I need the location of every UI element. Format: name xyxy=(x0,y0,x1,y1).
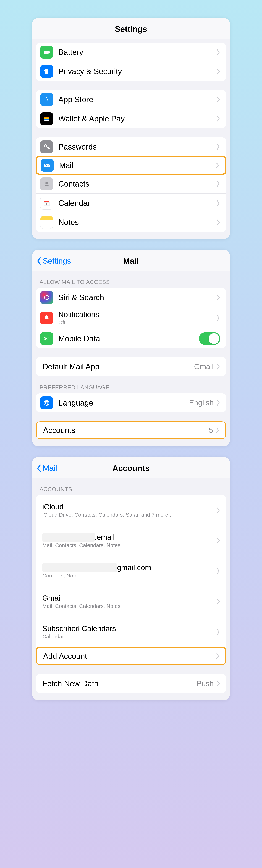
svg-point-7 xyxy=(44,145,47,147)
chevron-left-icon xyxy=(36,464,42,472)
chevron-right-icon xyxy=(217,598,220,605)
svg-rect-4 xyxy=(44,118,49,119)
row-label: Siri & Search xyxy=(58,293,217,302)
row-label: Language xyxy=(58,398,189,407)
row-passwords[interactable]: Passwords xyxy=(36,137,226,156)
toggle-mobile-data[interactable] xyxy=(199,332,220,345)
panel-accounts: Mail Accounts ACCOUNTS iCloud iCloud Dri… xyxy=(32,457,230,700)
account-sub: Mail, Contacts, Calendars, Notes xyxy=(42,542,217,548)
svg-rect-3 xyxy=(44,117,49,118)
row-notifications[interactable]: Notifications Off xyxy=(36,307,226,329)
chevron-right-icon xyxy=(217,568,220,574)
chevron-right-icon xyxy=(217,680,220,687)
chevron-right-icon xyxy=(217,219,220,225)
svg-rect-1 xyxy=(49,52,50,53)
row-value: English xyxy=(189,399,214,407)
panel-header: Settings xyxy=(32,18,230,39)
row-appstore[interactable]: App Store xyxy=(36,90,226,109)
key-icon xyxy=(40,141,53,153)
row-label: Privacy & Security xyxy=(58,67,217,76)
section-header-accounts: ACCOUNTS xyxy=(32,478,230,495)
row-label: Default Mail App xyxy=(42,362,194,371)
back-button[interactable]: Mail xyxy=(36,464,57,473)
svg-rect-5 xyxy=(44,119,49,119)
row-language[interactable]: Language English xyxy=(36,393,226,412)
appstore-icon xyxy=(40,93,53,106)
row-default-mail-app[interactable]: Default Mail App Gmail xyxy=(36,357,226,376)
group-default-app: Default Mail App Gmail xyxy=(36,357,226,376)
redacted-text: xxxxxxxxxxxxxx xyxy=(42,533,95,541)
row-label: Notifications xyxy=(58,310,217,319)
group-apps: Passwords Mail Contacts 1 xyxy=(36,137,226,232)
chevron-right-icon xyxy=(217,294,220,301)
account-title: xxxxxxxxxxxxxxxxxxxxgmail.com xyxy=(42,563,217,572)
page-title: Accounts xyxy=(112,463,150,473)
redacted-text: xxxxxxxxxxxxxxxxxxxx xyxy=(42,563,117,572)
section-header-access: ALLOW MAIL TO ACCESS xyxy=(32,271,230,288)
row-label: Mobile Data xyxy=(58,334,199,343)
chevron-right-icon xyxy=(217,144,220,150)
chevron-right-icon xyxy=(216,653,220,659)
account-row-icloud[interactable]: iCloud iCloud Drive, Contacts, Calendars… xyxy=(36,495,226,526)
row-label: Calendar xyxy=(58,199,217,208)
group-accounts-link: Accounts 5 xyxy=(36,421,226,439)
row-calendar[interactable]: 1 Calendar xyxy=(36,193,226,213)
row-wallet[interactable]: Wallet & Apple Pay xyxy=(36,109,226,128)
row-value: 5 xyxy=(209,426,213,435)
panel-header: Settings Mail xyxy=(32,250,230,271)
row-sublabel: Off xyxy=(58,319,217,326)
svg-text:1: 1 xyxy=(46,203,47,206)
back-button[interactable]: Settings xyxy=(36,256,71,266)
battery-icon xyxy=(40,46,53,59)
account-row-subscribed-cal[interactable]: Subscribed Calendars Calendar xyxy=(36,617,226,647)
hand-icon xyxy=(40,65,53,78)
row-add-account[interactable]: Add Account xyxy=(36,647,226,665)
chevron-right-icon xyxy=(217,364,220,370)
antenna-icon xyxy=(40,332,53,345)
chevron-right-icon xyxy=(217,96,220,103)
row-label: Contacts xyxy=(58,180,217,188)
row-mail[interactable]: Mail xyxy=(36,156,226,175)
group-access: Siri & Search Notifications Off Mobile D… xyxy=(36,288,226,348)
row-value: Push xyxy=(197,679,214,688)
row-label: Wallet & Apple Pay xyxy=(58,114,217,123)
row-siri[interactable]: Siri & Search xyxy=(36,288,226,307)
row-battery[interactable]: Battery xyxy=(36,42,226,62)
svg-rect-0 xyxy=(44,51,49,54)
row-contacts[interactable]: Contacts xyxy=(36,174,226,193)
account-row-gmail[interactable]: Gmail Mail, Contacts, Calendars, Notes xyxy=(36,586,226,617)
notes-icon xyxy=(40,216,53,229)
chevron-right-icon xyxy=(217,315,220,321)
chevron-right-icon xyxy=(217,537,220,544)
svg-point-9 xyxy=(45,182,48,184)
row-label: Fetch New Data xyxy=(42,679,197,688)
chevron-right-icon xyxy=(216,162,220,168)
contacts-icon xyxy=(40,178,53,190)
chevron-right-icon xyxy=(217,507,220,514)
svg-rect-10 xyxy=(44,200,50,203)
account-title: Gmail xyxy=(42,594,217,602)
row-value: Gmail xyxy=(194,363,214,371)
account-row-gmail-personal[interactable]: xxxxxxxxxxxxxxxxxxxxgmail.com Contacts, … xyxy=(36,556,226,586)
row-accounts[interactable]: Accounts 5 xyxy=(36,421,226,439)
row-mobile-data[interactable]: Mobile Data xyxy=(36,329,226,348)
row-fetch-new-data[interactable]: Fetch New Data Push xyxy=(36,674,226,693)
calendar-icon: 1 xyxy=(40,197,53,210)
bell-icon xyxy=(40,312,53,324)
row-label: Mail xyxy=(59,161,216,170)
row-label: Battery xyxy=(58,48,217,57)
chevron-right-icon xyxy=(217,200,220,206)
account-sub: Contacts, Notes xyxy=(42,573,217,579)
group-accounts-list: iCloud iCloud Drive, Contacts, Calendars… xyxy=(36,495,226,665)
chevron-right-icon xyxy=(217,116,220,122)
group-store: App Store Wallet & Apple Pay xyxy=(36,90,226,128)
row-privacy[interactable]: Privacy & Security xyxy=(36,62,226,81)
panel-settings: Settings Battery Privacy & Security xyxy=(32,18,230,239)
group-language: Language English xyxy=(36,393,226,412)
account-title: iCloud xyxy=(42,502,217,511)
row-notes[interactable]: Notes xyxy=(36,213,226,232)
wallet-icon xyxy=(40,112,53,125)
page-title: Settings xyxy=(115,24,147,34)
account-row-email[interactable]: xxxxxxxxxxxxxx.email Mail, Contacts, Cal… xyxy=(36,526,226,556)
chevron-right-icon xyxy=(217,68,220,74)
